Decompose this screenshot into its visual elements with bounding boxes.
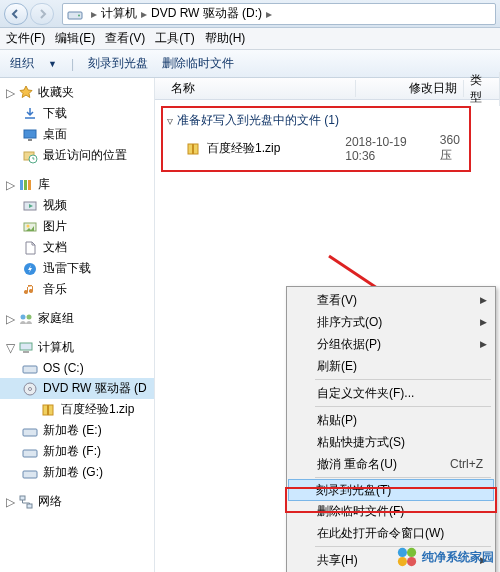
dvd-icon [22,381,38,397]
breadcrumb-drive[interactable]: DVD RW 驱动器 (D:) [151,5,262,22]
ctx-sort[interactable]: 排序方式(O) [289,311,493,333]
nav-documents[interactable]: 文档 [0,237,154,258]
menu-file[interactable]: 文件(F) [6,30,45,47]
nav-downloads[interactable]: 下载 [0,103,154,124]
nav-file-in-drive[interactable]: 百度经验1.zip [0,399,154,420]
svg-rect-2 [24,130,36,138]
context-menu: 查看(V) 排序方式(O) 分组依据(P) 刷新(E) 自定义文件夹(F)...… [286,286,496,572]
nav-label: 桌面 [43,126,67,143]
svg-rect-22 [23,429,37,436]
svg-rect-21 [47,405,49,415]
ctx-share[interactable]: 共享(H) [289,549,493,571]
homegroup-icon [18,311,34,327]
star-icon [18,85,34,101]
nav-recent[interactable]: 最近访问的位置 [0,145,154,166]
file-date: 2018-10-19 10:36 [345,135,420,163]
window-titlebar: ▸ 计算机 ▸ DVD RW 驱动器 (D:) ▸ [0,0,500,28]
nav-pictures[interactable]: 图片 [0,216,154,237]
menu-tools[interactable]: 工具(T) [155,30,194,47]
expand-icon: ▷ [6,86,14,100]
nav-libraries[interactable]: ▷ 库 [0,174,154,195]
ctx-undo-rename[interactable]: 撤消 重命名(U)Ctrl+Z [289,453,493,475]
nav-desktop[interactable]: 桌面 [0,124,154,145]
ctx-group[interactable]: 分组依据(P) [289,333,493,355]
toolbar-burn[interactable]: 刻录到光盘 [88,55,148,72]
ctx-customize-folder[interactable]: 自定义文件夹(F)... [289,382,493,404]
toolbar-organize[interactable]: 组织 [10,55,34,72]
zip-icon [185,141,201,157]
nav-forward-button[interactable] [30,3,54,25]
column-modified[interactable]: 修改日期 [356,80,464,97]
column-headers: 名称 修改日期 类型 [155,78,500,100]
svg-rect-25 [20,496,25,500]
ctx-refresh[interactable]: 刷新(E) [289,355,493,377]
nav-label: 下载 [43,105,67,122]
svg-rect-15 [20,343,32,350]
nav-drive-e[interactable]: 新加卷 (E:) [0,420,154,441]
nav-homegroup[interactable]: ▷ 家庭组 [0,308,154,329]
nav-back-button[interactable] [4,3,28,25]
group-heading-label: 准备好写入到光盘中的文件 (1) [177,112,339,129]
hdd-icon [22,360,38,376]
hdd-icon [22,465,38,481]
thunder-icon [22,261,38,277]
nav-label: 文档 [43,239,67,256]
computer-icon [18,340,34,356]
menu-edit[interactable]: 编辑(E) [55,30,95,47]
nav-label: 图片 [43,218,67,235]
ctx-separator [315,477,491,478]
ctx-delete-temp[interactable]: 删除临时文件(F) [289,500,493,522]
svg-rect-7 [24,180,27,190]
svg-point-1 [78,14,80,16]
nav-drive-g[interactable]: 新加卷 (G:) [0,462,154,483]
nav-label: 百度经验1.zip [61,401,134,418]
hdd-icon [22,423,38,439]
nav-label: 新加卷 (F:) [43,443,101,460]
nav-favorites[interactable]: ▷ 收藏夹 [0,82,154,103]
ctx-view[interactable]: 查看(V) [289,289,493,311]
breadcrumb-sep: ▸ [91,7,97,21]
nav-label: 网络 [38,493,62,510]
toolbar-delete-temp[interactable]: 删除临时文件 [162,55,234,72]
nav-drive-c[interactable]: OS (C:) [0,358,154,378]
nav-drive-f[interactable]: 新加卷 (F:) [0,441,154,462]
nav-label: 库 [38,176,50,193]
desktop-icon [22,127,38,143]
ctx-open-cmd[interactable]: 在此处打开命令窗口(W) [289,522,493,544]
nav-computer[interactable]: ▽ 计算机 [0,337,154,358]
file-row[interactable]: 百度经验1.zip 2018-10-19 10:36 360压 [167,133,465,164]
svg-rect-26 [27,504,32,508]
svg-rect-6 [20,180,23,190]
download-icon [22,106,38,122]
arrow-left-icon [11,9,21,19]
nav-label: 家庭组 [38,310,74,327]
ctx-paste-shortcut[interactable]: 粘贴快捷方式(S) [289,431,493,453]
nav-drive-dvd[interactable]: DVD RW 驱动器 (D [0,378,154,399]
nav-label: 新加卷 (E:) [43,422,102,439]
ctx-separator [315,406,491,407]
nav-thunder[interactable]: 迅雷下载 [0,258,154,279]
nav-videos[interactable]: 视频 [0,195,154,216]
ctx-paste[interactable]: 粘贴(P) [289,409,493,431]
collapse-icon: ▿ [167,114,173,128]
ctx-burn-to-disc[interactable]: 刻录到光盘(T) [288,479,494,501]
nav-music[interactable]: 音乐 [0,279,154,300]
nav-network[interactable]: ▷ 网络 [0,491,154,512]
hdd-icon [22,444,38,460]
menu-help[interactable]: 帮助(H) [205,30,246,47]
nav-label: 音乐 [43,281,67,298]
expand-icon: ▷ [6,178,14,192]
menu-view[interactable]: 查看(V) [105,30,145,47]
expand-icon: ▷ [6,312,14,326]
address-bar[interactable]: ▸ 计算机 ▸ DVD RW 驱动器 (D:) ▸ [62,3,496,25]
network-icon [18,494,34,510]
pictures-icon [22,219,38,235]
file-group-header[interactable]: ▿ 准备好写入到光盘中的文件 (1) [167,112,465,129]
svg-rect-23 [23,450,37,457]
toolbar: 组织 ▼ | 刻录到光盘 删除临时文件 [0,50,500,78]
breadcrumb-computer[interactable]: 计算机 [101,5,137,22]
column-name[interactable]: 名称 [165,80,356,97]
nav-label: OS (C:) [43,361,84,375]
svg-rect-28 [192,144,194,154]
nav-label: 收藏夹 [38,84,74,101]
